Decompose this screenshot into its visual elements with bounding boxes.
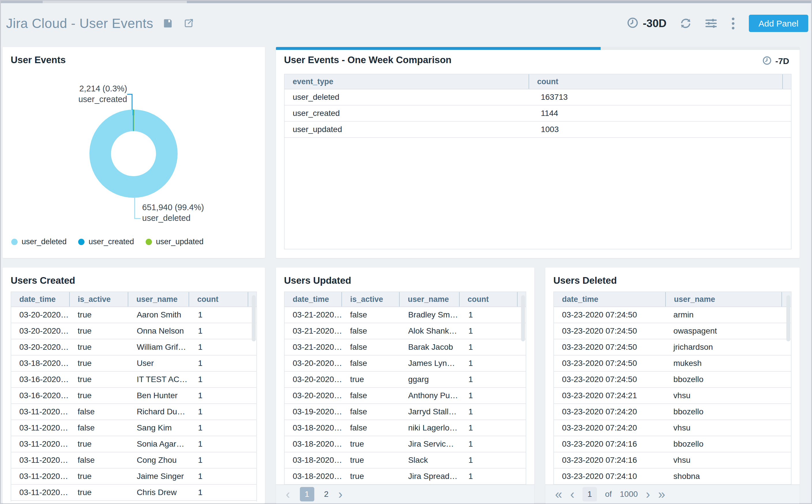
chevron-right-icon[interactable]: › <box>646 487 650 501</box>
table-cell: 03-21-2020… <box>285 323 342 339</box>
callout-user-created: 2,214 (0.3%) user_created <box>78 83 127 105</box>
panel-users-created: Users Created date_timeis_activeuser_nam… <box>3 268 265 503</box>
total-pages: 1000 <box>620 490 638 499</box>
table-scrollbar[interactable] <box>521 295 525 341</box>
panel-time-range[interactable]: -7D <box>762 56 789 67</box>
table-cell: false <box>69 420 129 436</box>
table-cell: true <box>69 469 129 484</box>
callout-label: user_created <box>78 94 127 105</box>
table-row: 03-21-2020…falseBarak Jacob1 <box>285 339 526 356</box>
column-header-count[interactable]: count <box>529 74 782 89</box>
table-row: user_deleted163713 <box>285 89 791 106</box>
column-header-count[interactable]: count <box>189 292 248 306</box>
panel-title: Users Updated <box>284 275 351 286</box>
table-cell: James Lyn… <box>400 356 460 371</box>
time-range-value: -7D <box>775 56 789 66</box>
legend-dot <box>78 239 84 245</box>
table-cell: niki Lagerlo… <box>400 420 460 436</box>
table-cell: Cong Zhou <box>129 452 190 468</box>
pagination-bar: ‹ 1 2 › <box>276 484 534 503</box>
table-cell: mukesh <box>665 356 781 371</box>
column-header-date_time[interactable]: date_time <box>11 292 69 306</box>
table-cell: false <box>342 339 400 355</box>
table-cell: 03-19-2020… <box>285 404 342 420</box>
table-cell: 1 <box>460 420 519 436</box>
legend-dot <box>146 239 152 245</box>
table-cell: Chris Drew <box>129 485 190 500</box>
table-cell: armin <box>665 307 781 323</box>
table-cell: 03-16-2020… <box>11 388 69 403</box>
double-chevron-left-icon[interactable]: « <box>555 487 562 501</box>
page-button-2[interactable]: 2 <box>324 490 329 499</box>
table-cell: 1144 <box>533 106 791 121</box>
column-header-count[interactable]: count <box>459 292 517 306</box>
table-cell: William Grif… <box>129 339 190 355</box>
table-scrollbar[interactable] <box>252 295 256 341</box>
column-header-is_active[interactable]: is_active <box>69 292 128 306</box>
table-cell: 03-16-2020… <box>11 372 69 387</box>
table-body: user_deleted163713user_created1144user_u… <box>285 89 791 138</box>
legend-item-user-deleted[interactable]: user_deleted <box>11 237 67 246</box>
column-header-user_name[interactable]: user_name <box>128 292 189 306</box>
dashboard-header: Jira Cloud - User Events <box>6 9 808 38</box>
table-cell: 03-23-2020 07:24:50 <box>554 356 665 371</box>
table-row: 03-23-2020 07:24:50bbozello <box>554 372 791 388</box>
panel-title: User Events - One Week Comparison <box>284 54 452 65</box>
chevron-left-icon[interactable]: ‹ <box>570 487 574 501</box>
header-gutter <box>782 74 791 89</box>
legend-label: user_created <box>89 237 134 246</box>
table-cell: 1 <box>190 452 250 468</box>
add-panel-button[interactable]: Add Panel <box>749 15 808 32</box>
table-row: 03-11-2020…falseSang Kim1 <box>11 420 256 436</box>
legend-item-user-created[interactable]: user_created <box>78 237 134 246</box>
table-row: user_created1144 <box>285 106 791 122</box>
table-cell: false <box>342 404 400 420</box>
table-cell: vhsu <box>665 420 781 436</box>
donut-chart[interactable] <box>89 110 178 198</box>
week-comparison-table: event_typecountuser_deleted163713user_cr… <box>284 74 792 249</box>
table-cell: 03-11-2020… <box>11 436 69 452</box>
table-cell: 1 <box>190 420 250 436</box>
kebab-menu-icon[interactable] <box>730 16 736 31</box>
column-header-event_type[interactable]: event_type <box>285 74 529 89</box>
table-cell: 1 <box>460 356 519 371</box>
legend-item-user-updated[interactable]: user_updated <box>146 237 204 246</box>
table-row: 03-20-2020…trueggarg1 <box>285 372 526 388</box>
table-cell: Alok Shank… <box>400 323 460 339</box>
time-range-selector[interactable]: -30D <box>627 17 666 30</box>
table-body: 03-23-2020 07:24:50armin03-23-2020 07:24… <box>554 307 791 485</box>
users-updated-table: date_timeis_activeuser_namecount03-21-20… <box>284 292 526 485</box>
table-row: 03-23-2020 07:24:10shobna <box>554 469 791 485</box>
column-header-date_time[interactable]: date_time <box>285 292 341 306</box>
table-cell: bbozello <box>665 436 781 452</box>
table-cell: 03-23-2020 07:24:50 <box>554 372 665 387</box>
table-cell: 03-11-2020… <box>11 469 69 484</box>
chevron-left-icon[interactable]: ‹ <box>286 487 290 501</box>
page-button-1[interactable]: 1 <box>300 487 314 501</box>
refresh-icon[interactable] <box>679 17 692 30</box>
column-header-is_active[interactable]: is_active <box>341 292 399 306</box>
table-cell: 1 <box>190 339 250 355</box>
column-header-user_name[interactable]: user_name <box>399 292 459 306</box>
table-header-row: date_timeuser_name <box>554 292 791 307</box>
callout-user-deleted: 651,940 (99.4%) user_deleted <box>142 202 204 223</box>
table-cell: 1 <box>190 469 250 484</box>
filter-sliders-icon[interactable] <box>705 17 717 30</box>
browser-top-edge <box>1 1 811 3</box>
dashboard-page: Jira Cloud - User Events <box>0 0 812 504</box>
current-page-box[interactable]: 1 <box>582 487 597 501</box>
save-icon[interactable] <box>161 17 174 30</box>
column-header-user_name[interactable]: user_name <box>665 292 781 306</box>
table-cell: false <box>69 404 129 420</box>
chevron-right-icon[interactable]: › <box>338 487 343 501</box>
panel-week-comparison: User Events - One Week Comparison -7D ev… <box>276 47 800 258</box>
table-cell: 03-18-2020… <box>285 420 342 436</box>
table-scrollbar[interactable] <box>786 295 790 341</box>
table-header-row: date_timeis_activeuser_namecount <box>11 292 256 307</box>
table-cell: true <box>69 339 129 355</box>
table-cell: 03-23-2020 07:24:16 <box>554 452 665 468</box>
column-header-date_time[interactable]: date_time <box>554 292 665 306</box>
share-icon[interactable] <box>182 17 195 30</box>
double-chevron-right-icon[interactable]: » <box>658 487 665 501</box>
table-cell: Jarryd Stall… <box>400 404 460 420</box>
